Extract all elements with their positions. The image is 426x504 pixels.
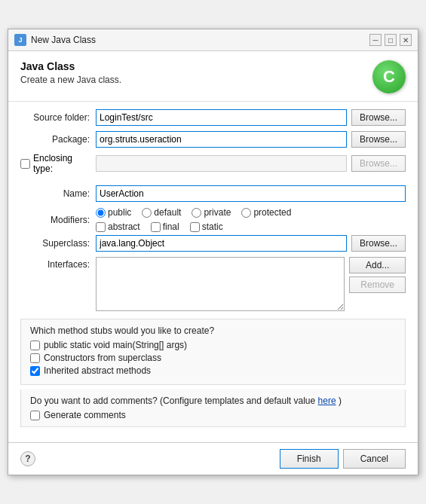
name-input[interactable]	[96, 185, 406, 202]
stub-main-label: public static void main(String[] args)	[44, 340, 187, 350]
footer: ? Finish Cancel	[8, 442, 418, 475]
package-browse-button[interactable]: Browse...	[351, 131, 406, 148]
finish-button[interactable]: Finish	[280, 449, 339, 469]
comments-section: Do you want to add comments? (Configure …	[20, 389, 406, 427]
title-bar: J New Java Class ─ □ ✕	[8, 29, 418, 51]
modifier-default[interactable]: default	[142, 207, 181, 218]
source-folder-label: Source folder:	[20, 112, 96, 123]
footer-right: Finish Cancel	[280, 449, 406, 469]
dialog-title: Java Class	[20, 60, 121, 72]
interfaces-textarea[interactable]	[96, 257, 345, 311]
generate-comments-row: Generate comments	[30, 410, 396, 420]
source-folder-input[interactable]	[96, 109, 347, 126]
comments-configure-link[interactable]: here	[318, 396, 336, 406]
superclass-browse-button[interactable]: Browse...	[351, 235, 406, 252]
other-modifiers-group: abstract final static	[96, 221, 291, 232]
interfaces-remove-button[interactable]: Remove	[349, 276, 406, 293]
enclosing-browse-button[interactable]: Browse...	[351, 155, 406, 172]
stubs-question: Which method stubs would you like to cre…	[30, 325, 396, 336]
comments-question-text: Do you want to add comments? (Configure …	[30, 396, 315, 406]
stub-main-checkbox[interactable]	[30, 341, 40, 350]
java-class-icon: C	[372, 60, 406, 93]
cancel-button[interactable]: Cancel	[343, 449, 406, 469]
package-row: Package: Browse...	[20, 131, 406, 148]
interfaces-buttons: Add... Remove	[349, 257, 406, 293]
enclosing-type-row: Enclosing type: Browse...	[20, 153, 406, 174]
modifier-public[interactable]: public	[96, 207, 131, 218]
close-button[interactable]: ✕	[400, 34, 412, 46]
stub-constructors-label: Constructors from superclass	[44, 353, 161, 363]
modifier-static[interactable]: static	[190, 221, 223, 232]
footer-left: ?	[20, 451, 35, 466]
new-java-class-dialog: J New Java Class ─ □ ✕ Java Class Create…	[8, 29, 418, 475]
window-title: New Java Class	[31, 35, 96, 45]
source-folder-row: Source folder: Browse...	[20, 109, 406, 126]
package-label: Package:	[20, 134, 96, 145]
name-label: Name:	[20, 188, 96, 199]
stub-constructors-checkbox[interactable]	[30, 353, 40, 363]
header-titles: Java Class Create a new Java class.	[20, 60, 121, 85]
modifiers-options: public default private protected	[96, 207, 291, 232]
title-controls: ─ □ ✕	[369, 34, 412, 46]
modifier-abstract[interactable]: abstract	[96, 221, 140, 232]
interfaces-section: Interfaces: Add... Remove	[20, 257, 406, 311]
interfaces-add-button[interactable]: Add...	[349, 257, 406, 273]
comments-question: Do you want to add comments? (Configure …	[30, 396, 396, 406]
enclosing-type-checkbox[interactable]	[20, 159, 30, 169]
dialog-subtitle: Create a new Java class.	[20, 75, 121, 85]
stub-main-method: public static void main(String[] args)	[30, 340, 396, 350]
stub-constructors: Constructors from superclass	[30, 353, 396, 363]
superclass-row: Superclass: Browse...	[20, 235, 406, 252]
modifier-private[interactable]: private	[192, 207, 231, 218]
comments-question-suffix: )	[339, 396, 342, 406]
enclosing-type-input[interactable]	[96, 155, 347, 172]
enclosing-type-label-group: Enclosing type:	[20, 153, 96, 174]
stub-inherited-checkbox[interactable]	[30, 366, 40, 376]
title-bar-left: J New Java Class	[14, 34, 96, 46]
window-icon: J	[14, 34, 26, 46]
svg-text:J: J	[18, 36, 22, 44]
interfaces-label: Interfaces:	[20, 257, 96, 270]
superclass-input[interactable]	[96, 235, 347, 252]
generate-comments-checkbox[interactable]	[30, 411, 40, 420]
help-button[interactable]: ?	[20, 451, 35, 466]
stubs-section: Which method stubs would you like to cre…	[20, 319, 406, 385]
minimize-button[interactable]: ─	[369, 34, 382, 46]
name-row: Name:	[20, 185, 406, 202]
superclass-label: Superclass:	[20, 238, 96, 249]
modifier-final[interactable]: final	[151, 221, 179, 232]
access-modifiers-group: public default private protected	[96, 207, 291, 218]
enclosing-type-label: Enclosing type:	[33, 153, 90, 174]
modifiers-row: Modifiers: public default private	[20, 207, 406, 232]
modifiers-label: Modifiers:	[20, 215, 96, 225]
stub-inherited: Inherited abstract methods	[30, 365, 396, 376]
maximize-button[interactable]: □	[385, 34, 397, 46]
package-input[interactable]	[96, 131, 347, 148]
form-content: Source folder: Browse... Package: Browse…	[8, 102, 418, 442]
modifier-protected[interactable]: protected	[241, 207, 291, 218]
generate-comments-label: Generate comments	[44, 410, 126, 420]
source-folder-browse-button[interactable]: Browse...	[351, 109, 406, 126]
stub-inherited-label: Inherited abstract methods	[44, 365, 151, 376]
header-section: Java Class Create a new Java class. C	[8, 51, 418, 102]
